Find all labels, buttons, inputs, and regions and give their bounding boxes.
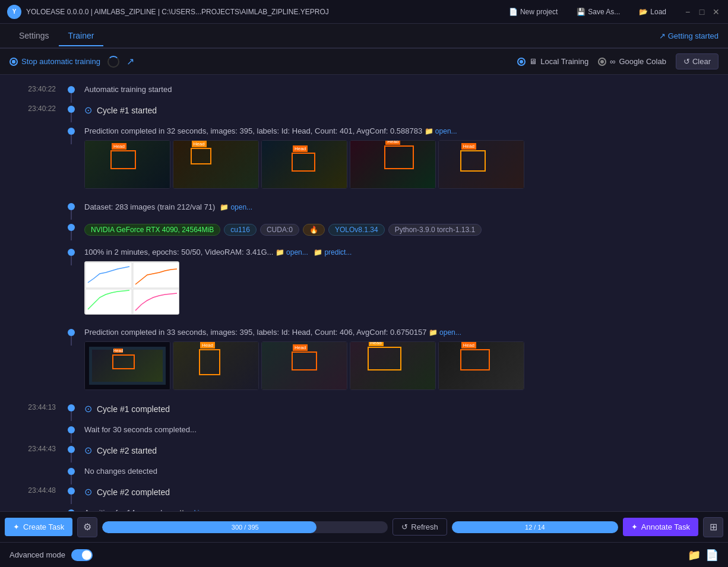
training-chart[interactable] <box>84 261 179 315</box>
timeline-content: ⊙ Cycle #2 started <box>77 444 728 462</box>
load-button[interactable]: 📂 Load <box>634 5 671 18</box>
logo-letter: Y <box>12 8 17 15</box>
training-progress-text: 100% in 2 minutes, epochs: 50/50, VideoR… <box>84 246 718 258</box>
prediction2-images: Head Head Head Head <box>84 341 718 390</box>
refresh-icon: ↺ <box>683 57 690 66</box>
prediction-text: Prediction completed in 32 seconds, imag… <box>84 125 718 137</box>
open-folder-link[interactable]: 📁 open... <box>425 127 457 135</box>
folder-icon: 📁 <box>429 328 438 337</box>
local-radio-dot <box>517 58 526 66</box>
settings-button[interactable]: ⚙ <box>77 517 97 537</box>
main-content: 23:40:22 Automatic training started 23:4… <box>0 75 728 511</box>
timeline-time: 23:44:43 <box>0 444 65 453</box>
local-training-option[interactable]: 🖥 Local Training <box>517 57 588 66</box>
python-badge: Python-3.9.0 torch-1.13.1 <box>388 224 482 236</box>
cycle-header: ⊙ Cycle #2 started <box>84 444 718 457</box>
external-link-icon: ↗ <box>659 31 666 40</box>
image-thumbnail[interactable]: Head <box>438 140 524 189</box>
timeline-row: Awaiting for 14 seconds... ⏸ skip <box>0 505 728 511</box>
svg-rect-3 <box>86 289 132 315</box>
refresh-icon: ↺ <box>401 522 408 531</box>
no-changes-text: No changes detected <box>84 465 718 477</box>
close-button[interactable]: ✕ <box>711 7 721 17</box>
open-external-icon[interactable]: ↗ <box>126 56 134 67</box>
progress-bar-1: 300 / 395 <box>102 521 388 533</box>
timeline-row: 23:44:43 ⊙ Cycle #2 started <box>0 442 728 464</box>
dataset-open-link[interactable]: 📁 open... <box>220 203 252 211</box>
timeline-time <box>0 246 65 248</box>
menu-bar: Settings Trainer ↗ Getting started <box>0 24 728 49</box>
annotate-task-button[interactable]: ✦ Annotate Task <box>623 518 698 536</box>
maximize-button[interactable]: □ <box>697 7 707 17</box>
progress-fill-1 <box>102 521 316 533</box>
create-task-button[interactable]: ✦ Create Task <box>5 518 72 536</box>
image-thumbnail[interactable]: Head <box>84 140 170 189</box>
minimize-button[interactable]: − <box>683 7 692 17</box>
awaiting-text: Awaiting for 14 seconds... <box>84 507 173 511</box>
timeline-dot-col <box>65 84 77 93</box>
stop-circle-icon <box>10 58 18 66</box>
grid-view-button[interactable]: ⊞ <box>703 517 723 537</box>
clear-button[interactable]: ↺ Clear <box>676 53 718 69</box>
trainer-tab[interactable]: Trainer <box>59 26 104 46</box>
colab-icon: ∞ <box>610 57 615 66</box>
cuda-badge: CUDA:0 <box>260 224 299 236</box>
image-thumbnail[interactable]: Head <box>261 341 347 390</box>
badge-row: NVIDIA GeForce RTX 4090, 24564MiB cu116 … <box>84 224 718 236</box>
new-project-button[interactable]: 📄 New project <box>504 5 562 18</box>
advanced-mode-toggle[interactable] <box>71 549 93 561</box>
predict-link[interactable]: 📁 predict... <box>314 248 352 256</box>
pred2-open-link[interactable]: 📁 open... <box>429 328 461 337</box>
colab-radio-dot <box>598 58 606 66</box>
save-as-button[interactable]: 💾 Save As... <box>572 5 625 18</box>
cycle-icon: ⊙ <box>84 104 92 116</box>
image-thumbnail[interactable]: Head <box>173 140 259 189</box>
settings-tab[interactable]: Settings <box>10 26 59 46</box>
refresh-button[interactable]: ↺ Refresh <box>393 518 447 536</box>
timeline-dot-col <box>65 465 77 475</box>
image-thumbnail[interactable]: Head <box>350 140 436 189</box>
folder-bottom-icon[interactable]: 📁 <box>688 549 701 562</box>
image-thumbnail[interactable]: Head <box>261 140 347 189</box>
timeline-time <box>0 221 65 223</box>
folder-icon: 📁 <box>276 248 284 256</box>
image-thumbnail[interactable]: Head <box>438 341 524 390</box>
google-colab-option[interactable]: ∞ Google Colab <box>598 57 666 66</box>
task-icon: ✦ <box>13 522 20 531</box>
timeline-content: Prediction completed in 33 seconds, imag… <box>77 327 728 398</box>
progress-bar-2: 12 / 14 <box>452 521 618 533</box>
image-thumbnail[interactable]: Head <box>84 341 170 390</box>
timeline-time <box>0 125 65 126</box>
timeline-row: NVIDIA GeForce RTX 4090, 24564MiB cu116 … <box>0 220 728 245</box>
timeline-time <box>0 327 65 328</box>
timeline-dot-col <box>65 125 77 135</box>
timeline-dot-col <box>65 221 77 231</box>
timeline-dot <box>68 128 75 135</box>
timeline-dot <box>68 224 75 231</box>
image-thumbnail[interactable]: Head <box>350 341 436 390</box>
timeline-time: 23:40:22 <box>0 103 65 113</box>
timeline-row: 23:44:48 ⊙ Cycle #2 completed <box>0 483 728 505</box>
cycle-label: Cycle #1 completed <box>97 404 170 414</box>
window-controls: − □ ✕ <box>683 7 721 17</box>
timeline: 23:40:22 Automatic training started 23:4… <box>0 80 728 511</box>
timeline-dot <box>68 249 75 256</box>
cycle-label: Cycle #1 started <box>97 106 157 115</box>
timeline-row: Dataset: 283 images (train 212/val 71) 📁… <box>0 199 728 220</box>
image-thumbnail[interactable]: Head <box>173 341 259 390</box>
timeline-dot-col <box>65 507 77 511</box>
stop-training-button[interactable]: Stop automatic training <box>10 57 100 66</box>
gear-icon: ⚙ <box>83 521 91 533</box>
log-text: Automatic training started <box>84 84 718 95</box>
app-logo: Y <box>7 5 21 19</box>
training-open-link[interactable]: 📁 open... <box>276 248 308 256</box>
timeline-dot <box>68 329 75 336</box>
folder-icon: 📁 <box>314 248 322 256</box>
timeline-time <box>0 465 65 467</box>
svg-rect-1 <box>86 262 132 288</box>
timeline-dot-col <box>65 444 77 453</box>
document-bottom-icon[interactable]: 📄 <box>705 549 718 562</box>
title-bar: Y YOLOEASE 0.0.0.0 | AIMLABS_ZIPLINE | C… <box>0 0 728 24</box>
getting-started-link[interactable]: ↗ Getting started <box>659 31 718 40</box>
timeline-time: 23:40:22 <box>0 84 65 93</box>
